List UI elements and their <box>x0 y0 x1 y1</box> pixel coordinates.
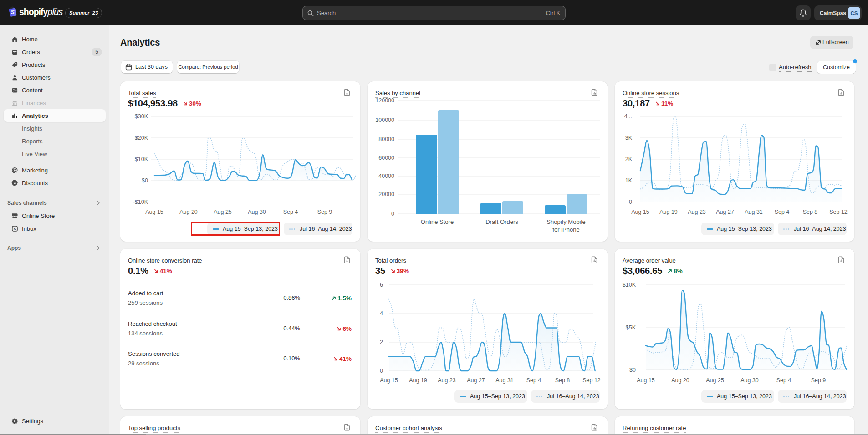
svg-text:40000: 40000 <box>378 173 394 179</box>
svg-text:Online Store: Online Store <box>421 218 454 225</box>
svg-text:Sep 4: Sep 4 <box>776 377 791 384</box>
svg-text:Aug 30: Aug 30 <box>740 377 759 384</box>
svg-text:Aug 20: Aug 20 <box>671 377 689 384</box>
svg-text:Aug 25: Aug 25 <box>706 377 724 384</box>
svg-text:6: 6 <box>380 282 383 288</box>
svg-text:Aug 19: Aug 19 <box>659 209 678 215</box>
svg-text:0: 0 <box>380 368 383 374</box>
svg-text:Aug 27: Aug 27 <box>716 209 734 215</box>
svg-text:100000: 100000 <box>375 117 394 123</box>
svg-text:0: 0 <box>391 211 394 217</box>
svg-text:$10K: $10K <box>135 156 148 162</box>
svg-text:Aug 27: Aug 27 <box>467 377 485 384</box>
svg-text:2: 2 <box>380 339 383 345</box>
svg-text:Aug 20: Aug 20 <box>179 209 198 215</box>
svg-text:$30K: $30K <box>135 113 148 120</box>
svg-text:120000: 120000 <box>375 97 394 104</box>
svg-text:4...: 4... <box>624 113 632 120</box>
svg-text:Sep 9: Sep 9 <box>317 209 332 215</box>
svg-text:0: 0 <box>629 199 632 205</box>
svg-text:Sep 8: Sep 8 <box>555 377 570 384</box>
svg-text:Sep 4: Sep 4 <box>775 209 790 215</box>
svg-text:2K: 2K <box>625 156 633 162</box>
svg-text:Draft Orders: Draft Orders <box>485 218 518 225</box>
svg-text:Aug 15: Aug 15 <box>631 209 649 215</box>
svg-text:$5K: $5K <box>626 324 636 331</box>
svg-text:Sep 12: Sep 12 <box>829 209 848 215</box>
svg-text:for iPhone: for iPhone <box>552 226 579 233</box>
svg-text:$20K: $20K <box>135 135 148 141</box>
svg-text:Aug 19: Aug 19 <box>409 377 427 384</box>
svg-text:Sep 8: Sep 8 <box>803 209 818 215</box>
svg-text:Sep 4: Sep 4 <box>283 209 298 215</box>
svg-text:-$10K: -$10K <box>133 199 148 205</box>
svg-text:Aug 30: Aug 30 <box>248 209 266 215</box>
svg-text:Aug 15: Aug 15 <box>145 209 163 215</box>
svg-text:3K: 3K <box>625 135 633 141</box>
svg-text:Sep 12: Sep 12 <box>582 377 601 384</box>
svg-text:Aug 23: Aug 23 <box>688 209 706 215</box>
svg-text:Aug 15: Aug 15 <box>380 377 398 384</box>
svg-text:Sep 4: Sep 4 <box>526 377 541 384</box>
svg-text:Aug 31: Aug 31 <box>495 377 514 384</box>
svg-text:Aug 25: Aug 25 <box>214 209 232 215</box>
svg-text:1K: 1K <box>625 177 633 184</box>
svg-text:Aug 31: Aug 31 <box>745 209 763 215</box>
svg-text:4: 4 <box>380 310 383 317</box>
svg-text:60000: 60000 <box>378 155 394 161</box>
svg-text:Aug 23: Aug 23 <box>438 377 456 384</box>
svg-text:S: S <box>13 226 16 231</box>
svg-text:S: S <box>11 9 15 15</box>
svg-text:Aug 15: Aug 15 <box>637 377 655 384</box>
svg-text:Sep 9: Sep 9 <box>811 377 826 384</box>
svg-text:$0: $0 <box>629 367 636 373</box>
svg-text:Shopify Mobile: Shopify Mobile <box>546 218 585 225</box>
svg-text:20000: 20000 <box>378 191 394 197</box>
svg-text:$10K: $10K <box>623 282 636 288</box>
svg-text:80000: 80000 <box>378 136 394 142</box>
svg-text:$0: $0 <box>142 177 148 184</box>
